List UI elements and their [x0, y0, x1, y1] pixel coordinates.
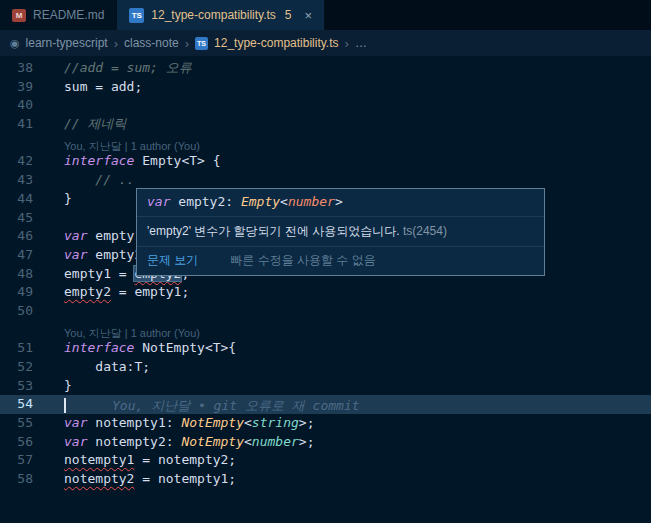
code-token: = empty1; — [111, 284, 189, 299]
line-number[interactable]: 38 — [0, 59, 46, 78]
code-token: interface — [64, 153, 142, 168]
code-text[interactable]: You, 지난달 • git 오류로 재 commit — [46, 395, 651, 414]
code-token: //add = sum; 오류 — [64, 60, 192, 75]
line-number[interactable]: 50 — [0, 302, 46, 321]
line-number[interactable]: 45 — [0, 209, 46, 228]
code-text[interactable]: interface NotEmpty<T>{ — [46, 339, 651, 358]
code-text[interactable]: interface Empty<T> { — [46, 152, 651, 171]
code-token: NotEmpty<T>{ — [142, 340, 236, 355]
line-number[interactable]: 41 — [0, 115, 46, 134]
code-token: NotEmpty — [181, 415, 244, 430]
line-number[interactable]: 53 — [0, 377, 46, 396]
code-editor: 38//add = sum; 오류39sum = add;4041// 제네릭Y… — [0, 56, 651, 523]
code-line-42: 42interface Empty<T> { — [0, 152, 651, 171]
code-token: interface — [64, 340, 142, 355]
code-line-52: 52 data:T; — [0, 358, 651, 377]
code-text[interactable]: data:T; — [46, 358, 651, 377]
code-text[interactable]: //add = sum; 오류 — [46, 59, 651, 78]
breadcrumb-item-root[interactable]: learn-typescript — [26, 36, 108, 50]
code-text[interactable] — [46, 96, 651, 115]
tab-readme[interactable]: M README.md — [0, 0, 117, 30]
tab-label: README.md — [33, 8, 104, 22]
chevron-right-icon: › — [114, 36, 118, 51]
hover-code-token: number — [288, 194, 335, 209]
hover-code-token: Empty — [241, 194, 280, 209]
line-number[interactable]: 49 — [0, 283, 46, 302]
line-number[interactable] — [0, 321, 46, 340]
code-token: < — [244, 415, 252, 430]
markdown-file-icon: M — [12, 9, 26, 22]
tab-type-compatibility[interactable]: TS 12_type-compatibility.ts 5 × — [117, 0, 325, 30]
breadcrumb: ◉ learn-typescript › class-note › TS 12_… — [0, 30, 651, 56]
code-token: string — [252, 415, 299, 430]
code-line-58: 58notempty2 = notempty1; — [0, 470, 651, 489]
code-token: var — [64, 247, 95, 262]
code-token: < — [244, 434, 252, 449]
error-message: 'empty2' 변수가 할당되기 전에 사용되었습니다. — [147, 224, 403, 238]
code-text[interactable]: // .. — [46, 171, 651, 190]
line-number[interactable]: 44 — [0, 190, 46, 209]
code-text[interactable]: sum = add; — [46, 78, 651, 97]
line-number[interactable]: 57 — [0, 451, 46, 470]
tab-label: 12_type-compatibility.ts — [151, 8, 276, 22]
code-text[interactable]: var notempty1: NotEmpty<string>; — [46, 414, 651, 433]
line-number[interactable]: 58 — [0, 470, 46, 489]
code-token: } — [64, 378, 72, 393]
code-line-53: 53} — [0, 377, 651, 396]
codelens-blame-row: You, 지난달 | 1 author (You) — [0, 134, 651, 153]
error-token: notempty1 — [64, 452, 134, 467]
code-token: empty1 = — [64, 266, 134, 281]
breadcrumb-item-file[interactable]: 12_type-compatibility.ts — [214, 36, 339, 50]
hover-code-token: var — [147, 194, 170, 209]
code-token: var — [64, 434, 95, 449]
hover-actions: 문제 보기 빠른 수정을 사용할 수 없음 — [137, 247, 544, 275]
code-line-54: 54You, 지난달 • git 오류로 재 commit — [0, 395, 651, 414]
line-number[interactable]: 42 — [0, 152, 46, 171]
codelens-blame-text[interactable]: You, 지난달 | 1 author (You) — [46, 134, 651, 153]
close-icon[interactable]: × — [305, 8, 313, 23]
code-text[interactable]: } — [46, 377, 651, 396]
code-token: // 제네릭 — [64, 116, 126, 131]
line-number[interactable]: 55 — [0, 414, 46, 433]
code-text[interactable]: notempty1 = notempty2; — [46, 451, 651, 470]
codelens-blame-text[interactable]: You, 지난달 | 1 author (You) — [46, 321, 651, 340]
text-cursor — [64, 398, 66, 413]
symbol-icon: ◉ — [10, 37, 20, 50]
code-line-38: 38//add = sum; 오류 — [0, 59, 651, 78]
code-token: = notempty1; — [134, 471, 236, 486]
code-token: var — [64, 415, 95, 430]
code-text[interactable]: // 제네릭 — [46, 115, 651, 134]
code-token: = notempty2; — [134, 452, 236, 467]
code-token: } — [64, 191, 72, 206]
code-line-55: 55var notempty1: NotEmpty<string>; — [0, 414, 651, 433]
line-number[interactable]: 47 — [0, 246, 46, 265]
code-text[interactable]: notempty2 = notempty1; — [46, 470, 651, 489]
code-text[interactable] — [46, 302, 651, 321]
hover-code-token: > — [335, 194, 343, 209]
codelens-blame-row: You, 지난달 | 1 author (You) — [0, 321, 651, 340]
breadcrumb-item-folder[interactable]: class-note — [124, 36, 179, 50]
code-token: >; — [299, 434, 315, 449]
line-number[interactable]: 40 — [0, 96, 46, 115]
line-number[interactable]: 52 — [0, 358, 46, 377]
line-number[interactable]: 51 — [0, 339, 46, 358]
error-token: notempty2 — [64, 471, 134, 486]
line-number[interactable]: 43 — [0, 171, 46, 190]
line-number[interactable]: 48 — [0, 265, 46, 284]
code-text[interactable]: empty2 = empty1; — [46, 283, 651, 302]
line-number[interactable]: 39 — [0, 78, 46, 97]
code-token: NotEmpty — [181, 434, 244, 449]
line-number[interactable]: 46 — [0, 227, 46, 246]
line-number[interactable] — [0, 134, 46, 153]
hover-code-token: : — [225, 194, 241, 209]
breadcrumb-item-ellipsis[interactable]: … — [355, 36, 367, 50]
view-problem-link[interactable]: 문제 보기 — [147, 251, 198, 270]
line-number[interactable]: 54 — [0, 395, 46, 414]
hover-tooltip: var empty2: Empty<number> 'empty2' 변수가 할… — [136, 188, 545, 276]
vscode-window: M README.md TS 12_type-compatibility.ts … — [0, 0, 651, 56]
code-token: data:T; — [64, 359, 150, 374]
code-line-49: 49empty2 = empty1; — [0, 283, 651, 302]
line-number[interactable]: 56 — [0, 433, 46, 452]
chevron-right-icon: › — [185, 36, 189, 51]
code-text[interactable]: var notempty2: NotEmpty<number>; — [46, 433, 651, 452]
